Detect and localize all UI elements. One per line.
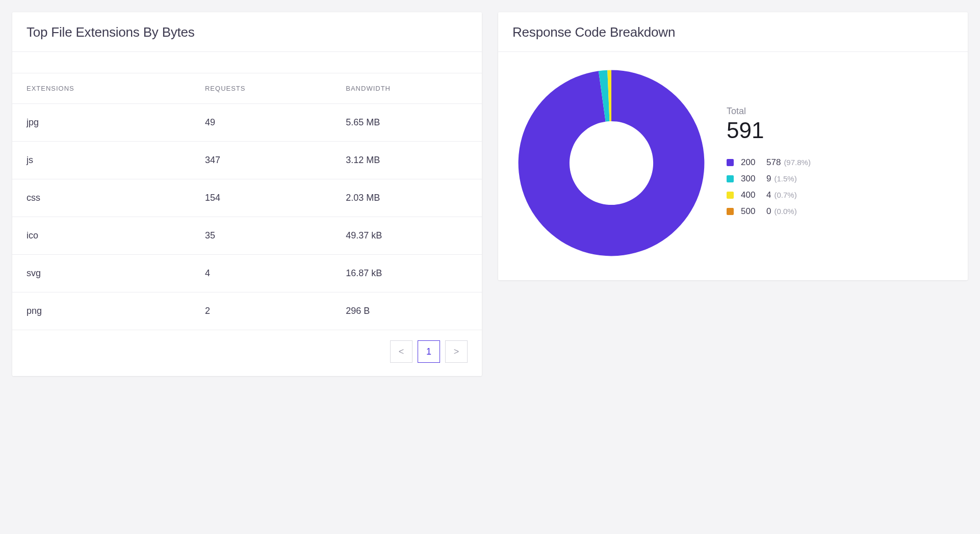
card-title: Response Code Breakdown [512, 24, 953, 40]
col-bandwidth: BANDWIDTH [331, 73, 482, 104]
cell-ext: css [12, 179, 191, 217]
card-header: Top File Extensions By Bytes [12, 12, 482, 52]
response-code-breakdown-card: Response Code Breakdown Total 591 200578… [498, 12, 968, 280]
cell-bw: 2.03 MB [331, 179, 482, 217]
spacer-row [12, 52, 482, 73]
legend-swatch [727, 208, 734, 215]
col-extensions: EXTENSIONS [12, 73, 191, 104]
cell-ext: js [12, 142, 191, 179]
legend: Total 591 200578(97.8%)3009(1.5%)4004(0.… [727, 106, 951, 223]
legend-pct: (97.8%) [784, 158, 811, 167]
cell-ext: svg [12, 255, 191, 292]
pagination-page-1[interactable]: 1 [418, 340, 440, 363]
top-file-extensions-card: Top File Extensions By Bytes EXTENSIONS … [12, 12, 482, 376]
legend-row-500: 5000(0.0%) [727, 206, 951, 217]
table-row: svg416.87 kB [12, 255, 482, 292]
legend-count: 4 [766, 190, 771, 200]
legend-swatch [727, 159, 734, 166]
cell-req: 4 [191, 255, 331, 292]
cell-req: 35 [191, 217, 331, 255]
pagination: < 1 > [12, 330, 482, 376]
legend-swatch [727, 192, 734, 199]
cell-req: 49 [191, 104, 331, 142]
cell-req: 154 [191, 179, 331, 217]
cell-bw: 49.37 kB [331, 217, 482, 255]
col-requests: REQUESTS [191, 73, 331, 104]
legend-swatch [727, 175, 734, 182]
legend-count: 578 [766, 157, 781, 168]
table-row: png2296 B [12, 292, 482, 330]
legend-pct: (0.7%) [774, 191, 796, 199]
card-header: Response Code Breakdown [498, 12, 968, 52]
total-value: 591 [727, 118, 951, 143]
extensions-table: EXTENSIONS REQUESTS BANDWIDTH jpg495.65 … [12, 73, 482, 330]
legend-code: 500 [741, 206, 766, 217]
legend-count: 0 [766, 206, 771, 217]
legend-count: 9 [766, 174, 771, 184]
cell-bw: 3.12 MB [331, 142, 482, 179]
pagination-prev[interactable]: < [390, 340, 412, 363]
legend-row-300: 3009(1.5%) [727, 174, 951, 184]
cell-ext: png [12, 292, 191, 330]
cell-bw: 5.65 MB [331, 104, 482, 142]
table-row: js3473.12 MB [12, 142, 482, 179]
donut-chart [514, 66, 708, 262]
legend-row-200: 200578(97.8%) [727, 157, 951, 168]
legend-code: 200 [741, 157, 766, 168]
cell-bw: 16.87 kB [331, 255, 482, 292]
pagination-next[interactable]: > [445, 340, 468, 363]
cell-ext: jpg [12, 104, 191, 142]
table-row: jpg495.65 MB [12, 104, 482, 142]
legend-code: 400 [741, 190, 766, 200]
cell-ext: ico [12, 217, 191, 255]
table-row: ico3549.37 kB [12, 217, 482, 255]
legend-code: 300 [741, 174, 766, 184]
table-row: css1542.03 MB [12, 179, 482, 217]
legend-row-400: 4004(0.7%) [727, 190, 951, 200]
cell-req: 2 [191, 292, 331, 330]
cell-req: 347 [191, 142, 331, 179]
cell-bw: 296 B [331, 292, 482, 330]
legend-pct: (0.0%) [774, 207, 796, 216]
total-label: Total [727, 106, 951, 117]
card-title: Top File Extensions By Bytes [27, 24, 468, 40]
legend-pct: (1.5%) [774, 174, 796, 183]
